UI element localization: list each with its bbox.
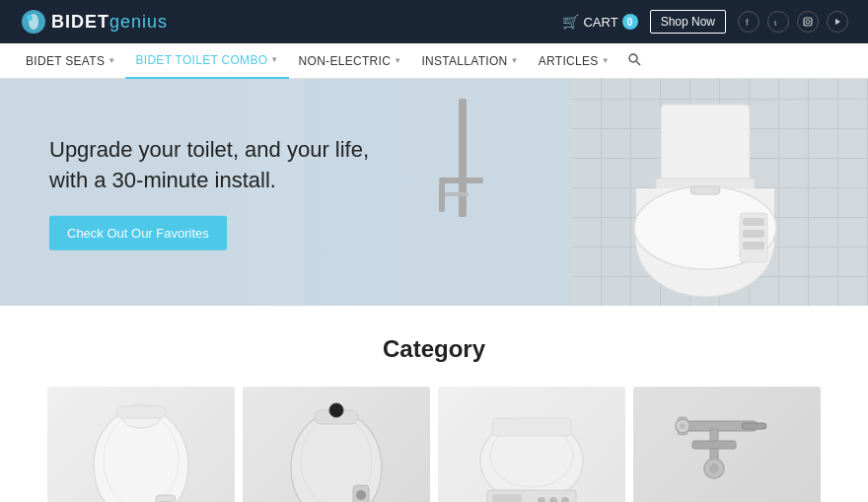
cart-area[interactable]: 🛒 CART 0 <box>562 14 637 30</box>
instagram-icon[interactable] <box>797 11 819 33</box>
svg-rect-51 <box>742 423 766 429</box>
svg-rect-19 <box>743 242 764 250</box>
svg-rect-27 <box>116 406 166 418</box>
chevron-down-icon: ▼ <box>394 56 401 65</box>
chevron-down-icon: ▼ <box>270 55 278 64</box>
tile-luxury[interactable]: Luxury <box>47 387 235 502</box>
svg-rect-15 <box>690 186 720 194</box>
svg-point-35 <box>329 403 343 417</box>
value-seat-image <box>472 406 591 502</box>
svg-rect-45 <box>492 494 522 502</box>
hero-title: Upgrade your toilet, and your life, with… <box>49 135 369 196</box>
cart-label: CART <box>583 15 617 30</box>
category-tiles-row: Luxury Premium <box>0 387 868 502</box>
site-header: BIDETgenius 🛒 CART 0 Shop Now f t <box>0 0 868 43</box>
svg-rect-5 <box>804 18 812 26</box>
cart-icon: 🛒 <box>562 14 579 30</box>
hero-section: Upgrade your toilet, and your life, with… <box>0 79 868 306</box>
svg-point-6 <box>806 20 810 24</box>
nav-item-bidet-seats[interactable]: BIDET SEATS ▼ <box>16 43 125 79</box>
shower-pipe <box>434 99 493 276</box>
nav-item-articles[interactable]: ARTICLES ▼ <box>529 43 619 79</box>
svg-rect-17 <box>743 218 764 226</box>
svg-point-55 <box>709 464 719 473</box>
svg-text:f: f <box>746 18 749 27</box>
chevron-down-icon: ▼ <box>602 56 610 65</box>
logo-icon <box>20 8 47 36</box>
svg-point-57 <box>680 423 686 429</box>
twitter-icon[interactable]: t <box>767 11 789 33</box>
logo-text: BIDETgenius <box>51 12 168 33</box>
hero-cta-button[interactable]: Check Out Our Favorites <box>49 215 227 250</box>
category-section: Category Luxury <box>0 306 868 502</box>
logo[interactable]: BIDETgenius <box>20 8 168 36</box>
svg-rect-53 <box>692 441 736 449</box>
chevron-down-icon: ▼ <box>511 56 519 65</box>
svg-marker-7 <box>835 19 840 25</box>
svg-line-9 <box>636 62 640 66</box>
shop-now-button[interactable]: Shop Now <box>650 10 726 34</box>
main-nav: BIDET SEATS ▼ BIDET TOILET COMBO ▼ NON-E… <box>0 43 868 79</box>
header-right: 🛒 CART 0 Shop Now f t <box>562 10 848 34</box>
nav-item-installation[interactable]: INSTALLATION ▼ <box>411 43 528 79</box>
facebook-icon[interactable]: f <box>738 11 760 33</box>
cart-count: 0 <box>622 14 638 30</box>
svg-point-8 <box>629 54 637 62</box>
svg-rect-28 <box>156 495 176 502</box>
svg-point-2 <box>27 15 33 21</box>
social-icons: f t <box>738 11 848 33</box>
chevron-down-icon: ▼ <box>108 56 115 65</box>
nav-item-bidet-toilet-combo[interactable]: BIDET TOILET COMBO ▼ <box>125 43 288 79</box>
toilet-illustration <box>523 85 809 302</box>
svg-text:t: t <box>774 19 777 27</box>
tile-value[interactable]: Value <box>438 387 625 502</box>
svg-rect-20 <box>459 99 467 217</box>
nonelectric-image <box>673 401 781 502</box>
luxury-seat-image <box>87 396 195 502</box>
search-button[interactable] <box>619 52 649 69</box>
svg-rect-43 <box>492 418 571 436</box>
category-title: Category <box>0 335 868 363</box>
svg-rect-21 <box>439 178 483 183</box>
hero-content: Upgrade your toilet, and your life, with… <box>49 135 369 251</box>
svg-point-37 <box>356 490 366 500</box>
tile-premium[interactable]: Premium <box>243 387 430 502</box>
nav-item-non-electric[interactable]: NON-ELECTRIC ▼ <box>289 43 412 79</box>
svg-rect-18 <box>743 230 764 238</box>
premium-seat-image <box>282 396 391 502</box>
svg-rect-10 <box>661 105 750 183</box>
youtube-icon[interactable] <box>827 11 848 33</box>
svg-rect-23 <box>439 182 445 212</box>
tile-nonelectric[interactable]: Non-Electric <box>633 387 821 502</box>
